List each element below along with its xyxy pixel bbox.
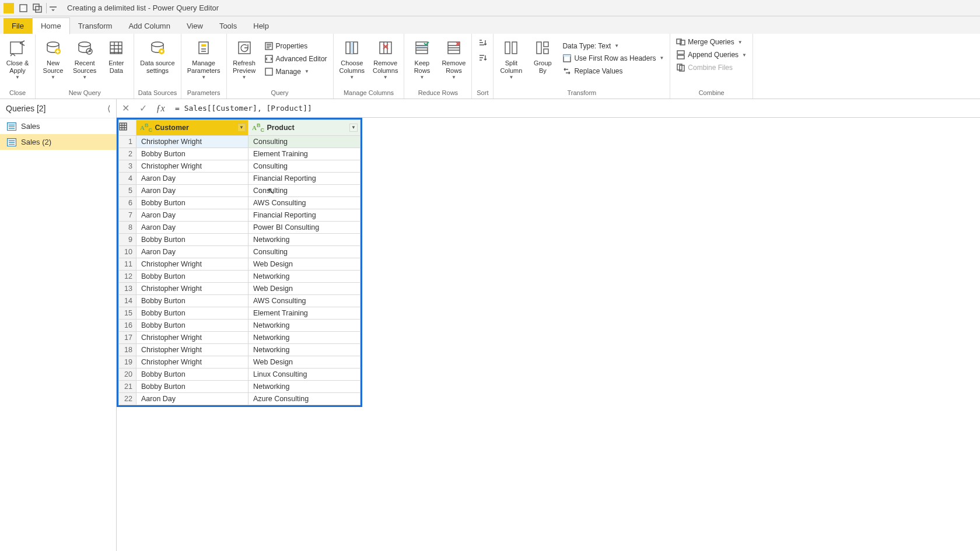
close-apply-button[interactable]: Close & Apply ▼ <box>4 36 32 81</box>
table-row[interactable]: 6Bobby BurtonAWS Consulting <box>119 196 360 209</box>
table-row[interactable]: 16Bobby BurtonNetworking <box>119 319 360 331</box>
tab-file[interactable]: File <box>4 18 32 34</box>
replace-values-button[interactable]: Replace Values <box>560 65 666 77</box>
first-row-headers-button[interactable]: Use First Row as Headers ▼ <box>560 52 666 64</box>
table-row[interactable]: 8Aaron DayPower BI Consulting <box>119 221 360 233</box>
properties-button[interactable]: Properties <box>262 40 330 52</box>
row-number[interactable]: 17 <box>119 331 136 343</box>
cell-customer[interactable]: Aaron Day <box>136 221 249 233</box>
grid-corner-button[interactable] <box>119 120 136 136</box>
row-number[interactable]: 19 <box>119 356 136 368</box>
cell-customer[interactable]: Bobby Burton <box>136 319 249 331</box>
table-row[interactable]: 20Bobby BurtonLinux Consulting <box>119 368 360 380</box>
remove-columns-button[interactable]: Remove Columns ▼ <box>370 36 400 81</box>
row-number[interactable]: 22 <box>119 392 136 405</box>
row-number[interactable]: 4 <box>119 172 136 184</box>
row-number[interactable]: 8 <box>119 221 136 233</box>
new-source-button[interactable]: New Source ▼ <box>39 36 67 81</box>
row-number[interactable]: 13 <box>119 282 136 294</box>
data-source-settings-button[interactable]: Data source settings <box>138 36 177 76</box>
tab-view[interactable]: View <box>178 18 211 34</box>
qat-customize-button[interactable] <box>48 1 58 15</box>
row-number[interactable]: 5 <box>119 184 136 196</box>
cell-product[interactable]: Consulting <box>249 160 360 172</box>
cell-customer[interactable]: Christopher Wright <box>136 331 249 343</box>
table-row[interactable]: 22Aaron DayAzure Consulting <box>119 392 360 405</box>
column-header-customer[interactable]: ABC Customer ▼ <box>136 120 249 136</box>
cell-product[interactable]: Networking <box>249 319 360 331</box>
cell-product[interactable]: Networking <box>249 233 360 245</box>
cell-product[interactable]: Power BI Consulting <box>249 221 360 233</box>
table-row[interactable]: 17Christopher WrightNetworking <box>119 331 360 343</box>
cell-customer[interactable]: Aaron Day <box>136 245 249 258</box>
cell-customer[interactable]: Christopher Wright <box>136 135 249 148</box>
cell-customer[interactable]: Aaron Day <box>136 209 249 221</box>
row-number[interactable]: 6 <box>119 196 136 209</box>
cell-customer[interactable]: Christopher Wright <box>136 160 249 172</box>
table-row[interactable]: 9Bobby BurtonNetworking <box>119 233 360 245</box>
cell-product[interactable]: Element Training <box>249 307 360 319</box>
column-filter-button[interactable]: ▼ <box>237 124 246 132</box>
table-row[interactable]: 13Christopher WrightWeb Design <box>119 282 360 294</box>
cell-product[interactable]: AWS Consulting <box>249 196 360 209</box>
formula-input[interactable] <box>169 104 980 113</box>
cell-product[interactable]: Consulting <box>249 184 360 196</box>
cell-product[interactable]: Linux Consulting <box>249 368 360 380</box>
table-row[interactable]: 12Bobby BurtonNetworking <box>119 270 360 282</box>
cell-customer[interactable]: Bobby Burton <box>136 307 249 319</box>
formula-fx-button[interactable]: ƒx <box>152 99 169 118</box>
row-number[interactable]: 18 <box>119 343 136 356</box>
query-item[interactable]: Sales (2) <box>0 134 116 150</box>
cell-product[interactable]: Web Design <box>249 258 360 270</box>
cell-product[interactable]: Consulting <box>249 135 360 148</box>
cell-customer[interactable]: Christopher Wright <box>136 258 249 270</box>
cell-customer[interactable]: Aaron Day <box>136 184 249 196</box>
row-number[interactable]: 21 <box>119 380 136 392</box>
sort-asc-button[interactable] <box>475 36 489 50</box>
cell-customer[interactable]: Bobby Burton <box>136 233 249 245</box>
cell-customer[interactable]: Bobby Burton <box>136 368 249 380</box>
table-row[interactable]: 21Bobby BurtonNetworking <box>119 380 360 392</box>
enter-data-button[interactable]: Enter Data <box>102 36 130 81</box>
cell-product[interactable]: Consulting <box>249 245 360 258</box>
cell-product[interactable]: Networking <box>249 331 360 343</box>
row-number[interactable]: 1 <box>119 135 136 148</box>
refresh-preview-button[interactable]: Refresh Preview ▼ <box>230 36 258 81</box>
choose-columns-button[interactable]: Choose Columns ▼ <box>337 36 367 81</box>
tab-help[interactable]: Help <box>245 18 277 34</box>
table-row[interactable]: 3Christopher WrightConsulting <box>119 160 360 172</box>
cell-product[interactable]: Element Training <box>249 148 360 160</box>
row-number[interactable]: 14 <box>119 294 136 307</box>
row-number[interactable]: 12 <box>119 270 136 282</box>
merge-queries-button[interactable]: Merge Queries ▼ <box>674 36 749 48</box>
cell-product[interactable]: AWS Consulting <box>249 294 360 307</box>
tab-add-column[interactable]: Add Column <box>120 18 178 34</box>
keep-rows-button[interactable]: Keep Rows ▼ <box>408 36 436 81</box>
cell-product[interactable]: Web Design <box>249 282 360 294</box>
column-filter-button[interactable]: ▼ <box>349 124 358 132</box>
append-queries-button[interactable]: Append Queries ▼ <box>674 49 749 61</box>
cell-customer[interactable]: Aaron Day <box>136 392 249 405</box>
cell-customer[interactable]: Bobby Burton <box>136 294 249 307</box>
row-number[interactable]: 7 <box>119 209 136 221</box>
row-number[interactable]: 20 <box>119 368 136 380</box>
formula-cancel-button[interactable]: ✕ <box>117 99 134 118</box>
table-row[interactable]: 7Aaron DayFinancial Reporting <box>119 209 360 221</box>
cell-customer[interactable]: Christopher Wright <box>136 356 249 368</box>
table-row[interactable]: 10Aaron DayConsulting <box>119 245 360 258</box>
qat-save-as-button[interactable] <box>30 1 44 15</box>
cell-product[interactable]: Networking <box>249 343 360 356</box>
tab-tools[interactable]: Tools <box>211 18 245 34</box>
combine-files-button[interactable]: Combine Files <box>674 62 749 73</box>
cell-product[interactable]: Financial Reporting <box>249 172 360 184</box>
collapse-pane-button[interactable]: ⟨ <box>107 104 110 113</box>
cell-customer[interactable]: Aaron Day <box>136 172 249 184</box>
formula-commit-button[interactable]: ✓ <box>134 99 152 118</box>
manage-parameters-button[interactable]: Manage Parameters ▼ <box>185 36 223 81</box>
cell-product[interactable]: Web Design <box>249 356 360 368</box>
row-number[interactable]: 2 <box>119 148 136 160</box>
column-header-product[interactable]: ABC Product ▼ <box>249 120 360 136</box>
data-type-button[interactable]: Data Type: Text ▼ <box>560 41 666 51</box>
qat-save-button[interactable] <box>16 1 30 15</box>
table-row[interactable]: 15Bobby BurtonElement Training <box>119 307 360 319</box>
